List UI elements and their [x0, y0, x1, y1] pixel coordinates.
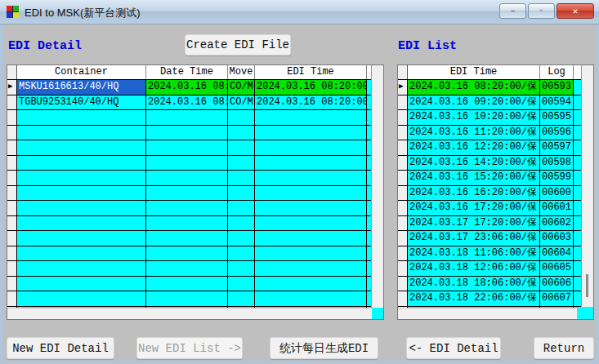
cell-edi-time[interactable]	[255, 261, 367, 276]
row-selector-cell[interactable]	[398, 216, 408, 231]
cell-date-time[interactable]	[146, 171, 228, 185]
cell-date-time[interactable]	[146, 291, 228, 306]
cell-log[interactable]: 00593	[540, 80, 574, 95]
table-row[interactable]: ▶2024.03.16 08:20:00/保00593	[398, 80, 581, 95]
table-row[interactable]: ▶MSKU1616613/40/HQ2024.03.16 08:18:CO/M2…	[7, 80, 371, 95]
cell-edi-time[interactable]: 2024.03.17 17:20:00/保	[408, 216, 540, 231]
cell-edi-time[interactable]	[255, 186, 367, 201]
cell-move[interactable]	[228, 246, 255, 261]
table-row-empty[interactable]	[7, 186, 371, 202]
cell-spare[interactable]	[367, 231, 371, 246]
table-row[interactable]: TGBU9253140/40/HQ2024.03.16 08:17:CO/M20…	[7, 95, 371, 111]
cell-container[interactable]	[17, 291, 146, 306]
cell-spare[interactable]	[574, 95, 581, 110]
back-edi-detail-button[interactable]: <- EDI Detail	[406, 337, 501, 359]
cell-log[interactable]: 00594	[540, 95, 574, 110]
cell-spare[interactable]	[574, 186, 581, 201]
cell-date-time[interactable]	[146, 156, 228, 171]
table-row-empty[interactable]	[7, 246, 371, 262]
row-selector-cell[interactable]	[7, 231, 17, 246]
table-row[interactable]: 2024.03.17 23:06:00/保00603	[398, 231, 581, 246]
cell-edi-time[interactable]: 2024.03.18 12:06:00/保	[408, 261, 540, 276]
cell-edi-time[interactable]	[255, 277, 367, 291]
cell-spare[interactable]	[367, 80, 371, 95]
cell-log[interactable]: 00601	[540, 201, 574, 215]
cell-date-time[interactable]	[146, 246, 228, 261]
table-row[interactable]: 2024.03.18 18:06:00/保00606	[398, 277, 581, 292]
cell-edi-time[interactable]	[255, 140, 367, 155]
cell-container[interactable]	[17, 126, 146, 140]
cell-edi-time[interactable]: 2024.03.18 18:06:00/保	[408, 277, 540, 291]
table-row-empty[interactable]	[7, 140, 371, 156]
cell-date-time[interactable]: 2024.03.16 08:18:	[146, 80, 228, 95]
cell-log[interactable]: 00607	[540, 291, 574, 306]
cell-move[interactable]	[228, 126, 255, 140]
cell-container[interactable]: MSKU1616613/40/HQ	[17, 80, 146, 95]
cell-spare[interactable]	[574, 201, 581, 215]
cell-container[interactable]	[17, 201, 146, 215]
table-row[interactable]: 2024.03.18 22:06:00/保00607	[398, 291, 581, 307]
cell-spare[interactable]	[574, 277, 581, 291]
row-selector-cell[interactable]	[7, 156, 17, 171]
cell-edi-time[interactable]	[255, 110, 367, 125]
cell-move[interactable]	[228, 171, 255, 185]
cell-move[interactable]	[228, 156, 255, 171]
cell-spare[interactable]	[367, 216, 371, 231]
row-selector-cell[interactable]	[7, 171, 17, 185]
cell-date-time[interactable]	[146, 110, 228, 125]
row-selector-cell[interactable]	[398, 291, 408, 306]
cell-move[interactable]	[228, 140, 255, 155]
cell-container[interactable]	[17, 246, 146, 261]
row-selector-cell[interactable]	[7, 277, 17, 291]
row-selector-cell[interactable]	[398, 156, 408, 171]
row-selector-cell[interactable]	[398, 171, 408, 185]
edi-list-vertical-scrollbar[interactable]	[582, 65, 593, 308]
cell-move[interactable]	[228, 216, 255, 231]
table-row[interactable]: 2024.03.16 10:20:00/保00595	[398, 110, 581, 126]
row-selector-cell[interactable]	[398, 246, 408, 261]
cell-edi-time[interactable]: 2024.03.17 23:06:00/保	[408, 231, 540, 246]
table-row[interactable]: 2024.03.16 17:20:00/保00601	[398, 201, 581, 216]
table-row[interactable]: 2024.03.16 11:20:00/保00596	[398, 126, 581, 141]
cell-spare[interactable]	[574, 216, 581, 231]
cell-log[interactable]: 00600	[540, 186, 574, 201]
cell-log[interactable]: 00603	[540, 231, 574, 246]
table-row[interactable]: 2024.03.16 09:20:00/保00594	[398, 95, 581, 111]
table-row[interactable]: 2024.03.16 15:20:00/保00599	[398, 171, 581, 186]
cell-edi-time[interactable]: 2024.03.16 09:20:00/保	[408, 95, 540, 110]
row-selector-cell[interactable]	[398, 140, 408, 155]
cell-edi-time[interactable]: 2024.03.16 16:20:00/保	[408, 186, 540, 201]
table-row-empty[interactable]	[7, 171, 371, 186]
cell-spare[interactable]	[574, 291, 581, 306]
table-row[interactable]: 2024.03.18 11:06:00/保00604	[398, 246, 581, 262]
cell-log[interactable]: 00596	[540, 126, 574, 140]
cell-spare[interactable]	[367, 246, 371, 261]
cell-date-time[interactable]: 2024.03.16 08:17:	[146, 95, 228, 110]
cell-spare[interactable]	[367, 261, 371, 276]
cell-edi-time[interactable]: 2024.03.16 15:20:00/保	[408, 171, 540, 185]
cell-container[interactable]	[17, 171, 146, 185]
cell-edi-time[interactable]	[255, 201, 367, 215]
cell-spare[interactable]	[574, 156, 581, 171]
edi-detail-horizontal-scrollbar[interactable]	[7, 308, 372, 319]
cell-edi-time[interactable]	[255, 171, 367, 185]
cell-spare[interactable]	[367, 110, 371, 125]
cell-container[interactable]	[17, 110, 146, 125]
cell-log[interactable]: 00599	[540, 171, 574, 185]
cell-move[interactable]	[228, 277, 255, 291]
cell-edi-time[interactable]: 2024.03.16 10:20:00/保	[408, 110, 540, 125]
cell-move[interactable]	[228, 110, 255, 125]
cell-move[interactable]: CO/M	[228, 95, 255, 110]
cell-date-time[interactable]	[146, 140, 228, 155]
cell-move[interactable]: CO/M	[228, 80, 255, 95]
row-selector-cell[interactable]	[398, 231, 408, 246]
close-button[interactable]: ✕	[557, 3, 594, 19]
cell-spare[interactable]	[367, 95, 371, 110]
cell-container[interactable]	[17, 186, 146, 201]
cell-edi-time[interactable]	[255, 126, 367, 140]
cell-edi-time[interactable]	[255, 291, 367, 306]
cell-spare[interactable]	[574, 231, 581, 246]
cell-spare[interactable]	[574, 110, 581, 125]
cell-edi-time[interactable]: 2024.03.16 14:20:00/保	[408, 156, 540, 171]
cell-move[interactable]	[228, 231, 255, 246]
